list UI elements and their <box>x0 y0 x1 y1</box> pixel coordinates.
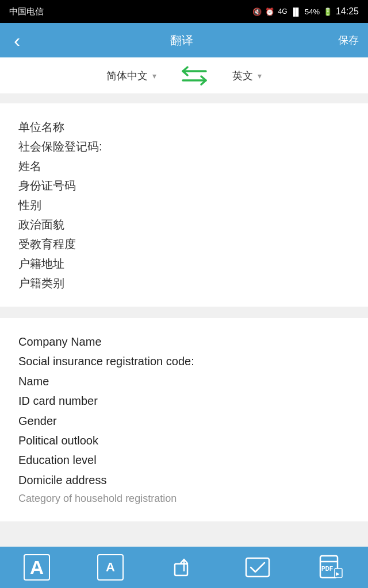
trans-line-7: Education level <box>18 450 350 470</box>
source-text-card: 单位名称 社会保险登记码: 姓名 身份证号码 性别 政治面貌 受教育程度 户籍地… <box>0 103 368 307</box>
share-icon <box>172 556 195 579</box>
carrier-label: 中国电信 <box>9 6 44 17</box>
font-large-button[interactable]: A <box>22 552 52 582</box>
target-lang-selector[interactable]: 英文 ▾ <box>221 69 273 83</box>
translation-card: Company Name Social insurance registrati… <box>0 318 368 521</box>
lang-selector-bar: 简体中文 ▾ 英文 ▾ <box>0 57 368 94</box>
pdf-button[interactable]: PDF ▶ <box>316 552 346 582</box>
swap-icon <box>179 65 209 86</box>
font-large-icon: A <box>24 554 50 581</box>
trans-line-8: Domicile address <box>18 470 350 490</box>
trans-line-5: Gender <box>18 411 350 431</box>
source-line-5: 性别 <box>18 195 350 215</box>
source-line-7: 受教育程度 <box>18 234 350 254</box>
source-lang-label: 简体中文 <box>106 69 148 83</box>
alarm-icon: ⏰ <box>265 7 274 16</box>
bottom-toolbar: A A PDF ▶ <box>0 547 368 588</box>
check-button[interactable] <box>243 552 273 582</box>
mute-icon: 🔇 <box>252 7 262 16</box>
time-label: 14:25 <box>336 6 359 17</box>
save-button[interactable]: 保存 <box>338 33 359 47</box>
source-line-4: 身份证号码 <box>18 176 350 195</box>
trans-line-1: Company Name <box>18 332 350 351</box>
swap-languages-button[interactable] <box>168 65 221 86</box>
trans-line-4: ID card number <box>18 391 350 411</box>
source-lang-selector[interactable]: 简体中文 ▾ <box>95 69 168 83</box>
check-icon <box>245 556 270 579</box>
target-lang-chevron-icon: ▾ <box>258 71 262 80</box>
source-line-8: 户籍地址 <box>18 254 350 273</box>
battery-icon: 🔋 <box>323 7 332 16</box>
svg-rect-4 <box>246 558 269 577</box>
spacer <box>0 307 368 318</box>
svg-text:▶: ▶ <box>336 571 340 577</box>
share-button[interactable] <box>169 552 199 582</box>
content-area: 单位名称 社会保险登记码: 姓名 身份证号码 性别 政治面貌 受教育程度 户籍地… <box>0 94 368 577</box>
source-line-1: 单位名称 <box>18 117 350 137</box>
source-line-2: 社会保险登记码: <box>18 137 350 156</box>
target-lang-label: 英文 <box>232 69 253 83</box>
source-line-9: 户籍类别 <box>18 273 350 293</box>
status-bar: 中国电信 🔇 ⏰ 4G ▐▌ 54% 🔋 14:25 <box>0 0 368 23</box>
trans-line-3: Name <box>18 372 350 391</box>
trans-line-2: Social insurance registration code: <box>18 351 350 371</box>
source-lang-chevron-icon: ▾ <box>152 71 156 80</box>
signal-label: 4G <box>278 7 287 16</box>
trans-line-6: Political outlook <box>18 431 350 450</box>
status-right-icons: 🔇 ⏰ 4G ▐▌ 54% 🔋 14:25 <box>252 6 359 17</box>
font-small-icon: A <box>97 554 124 581</box>
pdf-icon: PDF ▶ <box>319 555 344 580</box>
source-line-6: 政治面貌 <box>18 215 350 234</box>
page-title: 翻译 <box>170 33 193 48</box>
svg-text:PDF: PDF <box>321 566 333 572</box>
battery-label: 54% <box>305 7 320 16</box>
source-line-3: 姓名 <box>18 156 350 176</box>
nav-bar: ‹ 翻译 保存 <box>0 23 368 57</box>
wifi-signal-icon: ▐▌ <box>291 7 301 16</box>
back-button[interactable]: ‹ <box>9 28 25 52</box>
svg-rect-2 <box>175 564 187 575</box>
trans-line-9: Category of household registration <box>18 490 350 508</box>
font-small-button[interactable]: A <box>95 552 125 582</box>
